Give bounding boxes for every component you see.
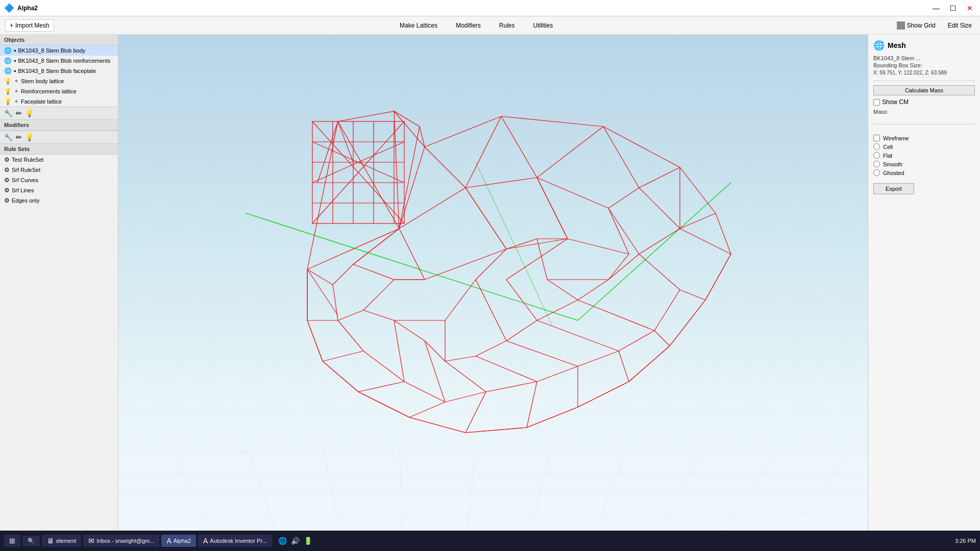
add-modifier-icon[interactable]: 🔧 (4, 133, 13, 141)
object-label-1: BK1043_8 Stem Blob reinforcements (18, 58, 110, 64)
title-bar-left: 🔷 Alpha2 (4, 3, 38, 13)
tree-item[interactable]: 🌐 ▪ BK1043_8 Stem Blob faceplate (0, 66, 118, 76)
svg-line-30 (501, 116, 537, 178)
svg-line-57 (639, 188, 680, 229)
search-bar[interactable]: 🔍 (22, 536, 40, 546)
svg-line-83 (353, 264, 394, 280)
svg-line-53 (537, 178, 608, 208)
flat-radio[interactable] (873, 152, 880, 159)
network-icon: 🌐 (278, 537, 287, 545)
rule-sets-list: ⚙ Test RuleSet ⚙ Srf RuleSet ⚙ Srf Curve… (0, 155, 118, 551)
rule-set-item-4[interactable]: ⚙ Edges only (0, 195, 118, 206)
svg-line-74 (358, 382, 404, 392)
show-grid-button[interactable]: Show Grid (894, 20, 939, 31)
svg-line-43 (409, 417, 465, 433)
object-label-5: Faceplate lattice (21, 98, 62, 105)
svg-line-35 (680, 213, 716, 229)
maximize-button[interactable]: ☐ (947, 4, 960, 12)
edit-object-icon[interactable]: ✏ (16, 109, 22, 117)
taskbar-item-element[interactable]: 🖥 element (42, 535, 81, 547)
svg-line-129 (506, 239, 568, 280)
rule-icon-2: ⚙ (4, 177, 10, 184)
svg-line-40 (578, 382, 629, 407)
ghosted-label: Ghosted (883, 170, 904, 176)
svg-line-131 (547, 280, 578, 300)
add-object-icon[interactable]: 🔧 (4, 109, 13, 117)
start-button[interactable]: ⊞ (4, 535, 20, 547)
svg-line-59 (639, 254, 680, 290)
menu-modifiers[interactable]: Modifiers (452, 20, 485, 31)
right-panel-header: 🌐 Mesh (873, 40, 975, 51)
svg-line-86 (338, 310, 363, 320)
visibility-icon[interactable]: 💡 (25, 109, 34, 117)
svg-line-65 (578, 351, 619, 366)
close-button[interactable]: ✕ (964, 4, 976, 12)
rule-set-item-2[interactable]: ⚙ Srf Curves (0, 175, 118, 185)
render-smooth: Smooth (873, 160, 975, 168)
svg-line-63 (619, 331, 654, 351)
svg-line-51 (465, 178, 537, 188)
minimize-button[interactable]: — (929, 4, 943, 12)
tree-item[interactable]: 🌐 ▪ BK1043_8 Stem Blob reinforcements (0, 56, 118, 66)
show-cm-checkbox[interactable] (873, 99, 880, 106)
taskbar-item-inbox[interactable]: ✉ Inbox - snwright@gm... (83, 535, 159, 547)
svg-line-107 (537, 178, 568, 239)
rule-icon-3: ⚙ (4, 187, 10, 194)
export-button[interactable]: Export (873, 183, 914, 194)
cell-radio[interactable] (873, 143, 880, 150)
mesh-section-title: Mesh (888, 41, 906, 49)
svg-line-36 (680, 229, 731, 254)
taskbar-item-alpha2[interactable]: A Alpha2 (161, 535, 196, 547)
wireframe-checkbox[interactable] (873, 135, 880, 141)
rule-set-item-0[interactable]: ⚙ Test RuleSet (0, 155, 118, 165)
svg-line-104 (608, 208, 629, 254)
menu-make-lattices[interactable]: Make Lattices (396, 20, 442, 31)
tree-item[interactable]: 💡 ✦ Stem body lattice (0, 76, 118, 86)
svg-line-87 (363, 310, 394, 320)
menu-center: Make Lattices Modifiers Rules Utilities (396, 20, 557, 31)
menu-utilities[interactable]: Utilities (529, 20, 557, 31)
taskbar-item-inventor[interactable]: A Autodesk Inventor Pr... (198, 535, 272, 547)
edit-modifier-icon[interactable]: ✏ (16, 133, 22, 141)
tree-item[interactable]: 🌐 ▪ BK1043_8 Stem Blob body (0, 45, 118, 56)
rule-set-item-3[interactable]: ⚙ Srf Lines (0, 185, 118, 195)
plus-icon: + (10, 22, 13, 29)
import-mesh-button[interactable]: + Import Mesh (5, 19, 54, 32)
left-panel: Objects 🌐 ▪ BK1043_8 Stem Blob body 🌐 ▪ … (0, 35, 118, 551)
svg-line-79 (333, 285, 338, 320)
calculate-mass-button[interactable]: Calculate Mass (873, 85, 975, 95)
svg-line-38 (670, 300, 705, 346)
tree-item[interactable]: 💡 ✦ Faceplate lattice (0, 96, 118, 107)
app-title: Alpha2 (17, 5, 38, 12)
rule-label-1: Srf RuleSet (12, 167, 40, 173)
objects-toolbar: 🔧 ✏ 💡 (0, 107, 118, 120)
svg-line-135 (506, 239, 537, 249)
smooth-radio[interactable] (873, 161, 880, 167)
volume-icon: 🔊 (291, 537, 300, 545)
svg-line-102 (608, 254, 639, 280)
menu-rules[interactable]: Rules (495, 20, 519, 31)
svg-marker-18 (307, 111, 731, 433)
svg-line-33 (639, 167, 680, 188)
viewport[interactable] (118, 35, 868, 551)
object-icon-1: ▪ (14, 57, 16, 64)
bulb-icon-3: 💡 (4, 78, 12, 85)
tree-item[interactable]: 💡 ✦ Reinforcements lattice (0, 86, 118, 96)
svg-line-37 (705, 254, 731, 300)
svg-line-17 (476, 162, 552, 325)
svg-line-71 (445, 392, 486, 402)
svg-line-29 (465, 116, 501, 188)
menu-bar: + Import Mesh Make Lattices Modifiers Ru… (0, 16, 980, 35)
rule-set-item-1[interactable]: ⚙ Srf RuleSet (0, 165, 118, 175)
svg-line-126 (445, 280, 476, 320)
globe-icon-1: 🌐 (4, 57, 12, 64)
bounding-box-label: Bounding Box Size: (873, 62, 922, 68)
svg-line-97 (506, 320, 537, 341)
modifier-visibility-icon[interactable]: 💡 (25, 133, 34, 141)
ghosted-radio[interactable] (873, 169, 880, 176)
render-flat: Flat (873, 151, 975, 160)
svg-line-56 (608, 208, 639, 254)
svg-line-130 (506, 280, 537, 320)
edit-size-button[interactable]: Edit Size (945, 21, 975, 30)
svg-line-28 (399, 147, 425, 229)
